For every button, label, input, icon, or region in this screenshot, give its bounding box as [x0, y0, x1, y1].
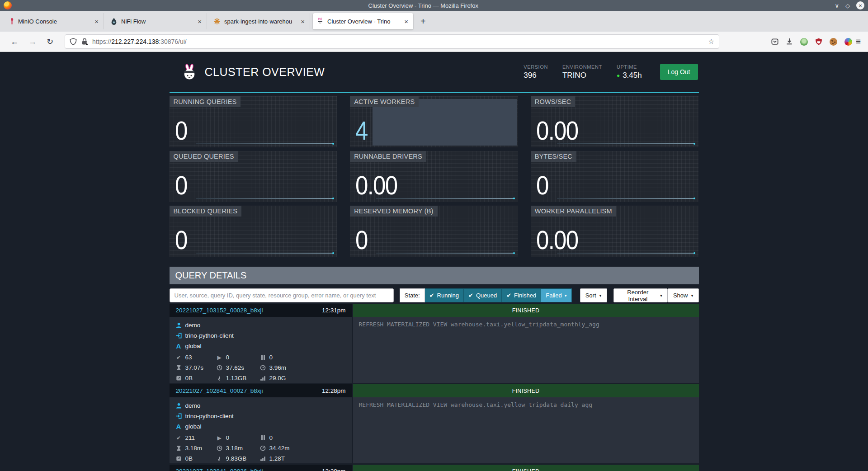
tab-close-icon[interactable]: × [299, 18, 306, 25]
window-maximize-icon[interactable]: ◇ [845, 3, 850, 9]
gauge-icon [260, 445, 266, 451]
state-filter-group: State: ✔Running ✔Queued ✔Finished Failed… [400, 288, 572, 302]
tab-close-icon[interactable]: × [93, 18, 100, 25]
queued-splits-icon [261, 435, 265, 440]
tab-cluster-overview-active[interactable]: Cluster Overview - Trino × [313, 13, 413, 29]
lock-warning-icon[interactable] [81, 38, 88, 45]
query-status-bar[interactable]: FINISHED [353, 384, 699, 397]
tile-worker-parallelism: 0.00 WORKER PARALLELISM [531, 206, 699, 257]
sort-dropdown[interactable]: Sort▾ [580, 288, 607, 302]
tab-nifi-flow[interactable]: NiFi Flow × [107, 13, 207, 29]
cookie-extension-icon[interactable] [830, 38, 837, 46]
forward-icon[interactable]: → [24, 37, 42, 47]
tile-rows-per-sec: 0.00 ROWS/SEC [531, 96, 699, 147]
filter-failed-dropdown[interactable]: Failed▾ [541, 288, 571, 302]
url-bar[interactable]: https://212.227.224.138:30876/ui/ ☆ [65, 34, 719, 49]
query-search-input[interactable] [170, 288, 394, 302]
hamburger-menu-icon[interactable]: ≡ [854, 37, 863, 47]
privacy-extension-icon[interactable] [800, 38, 808, 46]
elapsed-time: 3.18m [185, 445, 203, 452]
version-label: VERSION [524, 64, 548, 70]
hourglass-icon [176, 365, 182, 371]
filter-queued-button[interactable]: ✔Queued [464, 288, 502, 302]
memory-scale-icon [176, 375, 182, 381]
tile-bytes-per-sec: 0 BYTES/SEC [531, 151, 699, 202]
query-resource-group: global [185, 343, 202, 349]
query-meta-panel: demo trino-python-client Aglobal ✔63 ▶0 … [170, 317, 352, 383]
url-text[interactable]: https://212.227.224.138:30876/ui/ [92, 38, 704, 45]
downloads-icon[interactable] [786, 38, 793, 45]
bookmark-star-icon[interactable]: ☆ [708, 38, 714, 46]
tab-close-icon[interactable]: × [403, 18, 410, 25]
query-meta-panel: demo trino-python-client Aglobal ✔211 ▶0… [170, 397, 352, 463]
query-id-link[interactable]: 20221027_103152_00028_b8xji [176, 307, 263, 314]
memory-scale-icon [176, 456, 182, 462]
sparkline [557, 143, 695, 144]
logout-button[interactable]: Log Out [660, 64, 698, 80]
tile-active-workers: 4 ACTIVE WORKERS [350, 96, 518, 147]
query-source: trino-python-client [185, 332, 234, 339]
stat-value: 0.00 [536, 227, 578, 253]
query-status-bar[interactable]: FINISHED [353, 304, 699, 317]
check-icon: ✔ [429, 292, 434, 299]
navigation-toolbar: ← → ↻ https://212.227.224.138:30876/ui/ … [0, 32, 868, 52]
tab-minio-console[interactable]: MinIO Console × [4, 13, 104, 29]
trino-favicon [316, 18, 324, 25]
firefox-logo-icon [4, 1, 12, 9]
query-id-link[interactable]: 20221027_102841_00026_b8xji [176, 468, 263, 471]
sparkline [196, 198, 334, 199]
query-status-bar[interactable]: FINISHED [353, 465, 699, 471]
peak-memory: 1.13GB [226, 375, 247, 382]
query-details-title: QUERY DETAILS [170, 267, 699, 284]
current-memory: 0B [185, 375, 193, 382]
reload-icon[interactable]: ↻ [42, 37, 58, 47]
running-splits-icon: ▶ [217, 435, 222, 441]
tracking-shield-icon[interactable] [70, 38, 77, 45]
query-row: 20221027_103152_00028_b8xji 12:31pm FINI… [170, 304, 699, 383]
sparkline [196, 253, 334, 254]
query-text[interactable]: REFRESH MATERIALIZED VIEW warehouse.taxi… [353, 317, 699, 383]
reorder-interval-dropdown[interactable]: Reorder Interval▾ [613, 288, 668, 302]
peak-memory: 9.83GB [226, 455, 247, 462]
window-titlebar: Cluster Overview - Trino — Mozilla Firef… [0, 0, 868, 11]
chevron-down-icon: ▾ [691, 293, 693, 298]
save-to-pocket-icon[interactable] [771, 38, 778, 45]
back-icon[interactable]: ← [5, 37, 24, 47]
environment-info: ENVIRONMENT TRINO [562, 64, 602, 80]
tab-close-icon[interactable]: × [196, 18, 203, 25]
show-dropdown[interactable]: Show▾ [668, 288, 699, 302]
stat-label: ACTIVE WORKERS [350, 96, 419, 107]
stat-value: 0.00 [355, 172, 397, 198]
cumulative-memory: 29.0G [269, 375, 286, 382]
url-path: :30876/ui/ [159, 38, 187, 45]
query-user: demo [185, 322, 201, 329]
window-close-icon[interactable]: × [856, 1, 864, 9]
queued-splits: 0 [269, 434, 273, 441]
window-title: Cluster Overview - Trino — Mozilla Firef… [12, 2, 835, 9]
stat-label: ROWS/SEC [531, 96, 576, 107]
stat-value: 0 [355, 227, 368, 253]
sparkline [557, 198, 695, 199]
running-splits: 0 [226, 354, 230, 361]
source-icon [176, 413, 182, 419]
filter-running-button[interactable]: ✔Running [425, 288, 464, 302]
cumulative-memory: 1.28T [269, 455, 285, 462]
ublock-origin-icon[interactable] [815, 38, 822, 45]
query-row: 20221027_102841_00026_b8xji 12:28pm FINI… [170, 465, 699, 471]
query-id-link[interactable]: 20221027_102841_00027_b8xji [176, 387, 263, 394]
running-splits: 0 [226, 434, 230, 441]
cluster-header: CLUSTER OVERVIEW VERSION 396 ENVIRONMENT… [170, 52, 699, 93]
tab-title: spark-ingest-into-warehou [224, 18, 296, 25]
chevron-down-icon: ▾ [565, 293, 567, 298]
tab-spark-notebook[interactable]: spark-ingest-into-warehou × [210, 13, 310, 29]
query-row-header: 20221027_103152_00028_b8xji 12:31pm [170, 304, 352, 317]
new-tab-button[interactable]: + [416, 16, 430, 27]
pinwheel-extension-icon[interactable] [844, 38, 852, 46]
tab-title: NiFi Flow [121, 18, 193, 25]
filter-finished-button[interactable]: ✔Finished [502, 288, 541, 302]
uptime-status-dot: ● [617, 72, 620, 79]
window-minimize-icon[interactable]: ∨ [835, 3, 839, 9]
version-info: VERSION 396 [524, 64, 548, 80]
chevron-down-icon: ▾ [660, 293, 662, 298]
query-text[interactable]: REFRESH MATERIALIZED VIEW warehouse.taxi… [353, 397, 699, 463]
